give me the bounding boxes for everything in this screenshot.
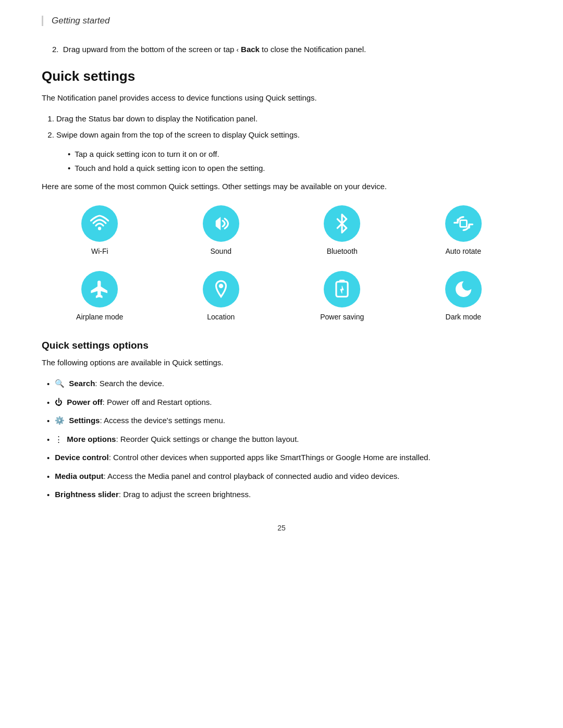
- search-option-icon: 🔍: [55, 376, 65, 391]
- svg-rect-2: [460, 220, 467, 227]
- qs-item-bluetooth: Bluetooth: [284, 205, 400, 255]
- sound-label: Sound: [211, 247, 231, 255]
- auto-rotate-label: Auto rotate: [446, 247, 482, 255]
- dark-mode-icon-circle: [445, 271, 482, 307]
- auto-rotate-icon: [454, 214, 473, 233]
- svg-point-0: [99, 227, 101, 230]
- qs-item-sound: Sound: [163, 205, 279, 255]
- bullet-1: Tap a quick setting icon to turn it on o…: [68, 147, 521, 161]
- intro-step: 2. Drag upward from the bottom of the sc…: [52, 45, 521, 54]
- option-device-control: Device control: Control other devices wh…: [47, 450, 521, 466]
- location-icon: [211, 279, 231, 299]
- qs-item-power-saving: Power saving: [284, 271, 400, 321]
- option-search: 🔍 Search: Search the device.: [47, 376, 521, 392]
- option-power-off: ⏻ Power off: Power off and Restart optio…: [47, 395, 521, 411]
- location-icon-circle: [203, 271, 239, 307]
- qs-item-location: Location: [163, 271, 279, 321]
- quick-settings-steps: Drag the Status bar down to display the …: [56, 112, 521, 142]
- bullet-2: Touch and hold a quick setting icon to o…: [68, 161, 521, 175]
- svg-marker-1: [216, 218, 220, 229]
- airplane-icon-circle: [81, 271, 118, 307]
- options-title: Quick settings options: [42, 340, 521, 351]
- option-brightness-term: Brightness slider: [55, 490, 119, 499]
- option-brightness: Brightness slider: Drag to adjust the sc…: [47, 487, 521, 503]
- dark-mode-label: Dark mode: [446, 313, 481, 321]
- sound-icon: [211, 214, 231, 233]
- airplane-icon: [90, 279, 109, 299]
- airplane-label: Airplane mode: [76, 313, 123, 321]
- qs-item-dark-mode: Dark mode: [406, 271, 522, 321]
- qs-item-auto-rotate: Auto rotate: [406, 205, 522, 255]
- sound-icon-circle: [203, 205, 239, 242]
- quick-settings-grid: Wi-Fi Sound Bluetooth: [42, 205, 521, 321]
- option-settings: ⚙️ Settings: Access the device's setting…: [47, 413, 521, 429]
- header-title: Getting started: [52, 16, 110, 26]
- page-header: Getting started: [42, 16, 521, 26]
- step-2: Swipe down again from the top of the scr…: [56, 128, 521, 142]
- option-media-term: Media output: [55, 472, 103, 480]
- wifi-label: Wi-Fi: [91, 247, 108, 255]
- option-settings-term: Settings: [69, 416, 100, 425]
- page-number: 25: [42, 524, 521, 532]
- qs-item-airplane: Airplane mode: [42, 271, 158, 321]
- option-device-term: Device control: [55, 453, 108, 462]
- bluetooth-icon: [332, 214, 352, 233]
- option-poweroff-term: Power off: [67, 398, 102, 406]
- svg-rect-5: [340, 280, 345, 282]
- wifi-icon-circle: [81, 205, 118, 242]
- settings-option-icon: ⚙️: [55, 413, 65, 428]
- power-saving-label: Power saving: [320, 313, 364, 321]
- option-search-term: Search: [69, 379, 95, 388]
- svg-point-3: [219, 284, 223, 288]
- quick-settings-footer: Here are some of the most common Quick s…: [42, 180, 521, 193]
- more-option-icon: ⋮: [55, 432, 63, 447]
- location-label: Location: [207, 313, 235, 321]
- quick-settings-description: The Notification panel provides access t…: [42, 92, 521, 104]
- auto-rotate-icon-circle: [445, 205, 482, 242]
- power-saving-icon-circle: [324, 271, 360, 307]
- bluetooth-label: Bluetooth: [327, 247, 358, 255]
- wifi-icon: [90, 214, 109, 233]
- quick-settings-title: Quick settings: [42, 68, 521, 84]
- options-description: The following options are available in Q…: [42, 356, 521, 369]
- options-list: 🔍 Search: Search the device. ⏻ Power off…: [47, 376, 521, 503]
- power-option-icon: ⏻: [55, 395, 63, 410]
- dark-mode-icon: [454, 279, 473, 299]
- step-1: Drag the Status bar down to display the …: [56, 112, 521, 126]
- qs-item-wifi: Wi-Fi: [42, 205, 158, 255]
- option-more: ⋮ More options: Reorder Quick settings o…: [47, 432, 521, 448]
- quick-settings-bullets: Tap a quick setting icon to turn it on o…: [68, 147, 521, 175]
- option-media-output: Media output: Access the Media panel and…: [47, 469, 521, 485]
- power-saving-icon: [332, 279, 352, 299]
- option-more-term: More options: [67, 435, 116, 443]
- bluetooth-icon-circle: [324, 205, 360, 242]
